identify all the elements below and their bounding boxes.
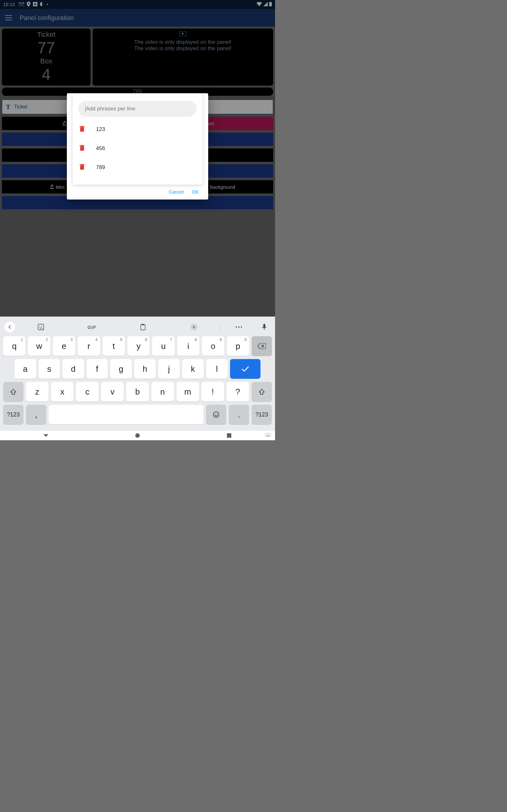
svg-line-29 <box>195 325 196 325</box>
kbd-gif-button[interactable]: GIF <box>66 324 117 330</box>
soft-keyboard: GIF q1w2e3r4t5y6u7i8o9p0 asdfghjkl zxcvb… <box>0 316 275 431</box>
svg-rect-42 <box>227 433 231 438</box>
svg-point-18 <box>39 326 40 327</box>
phrase-input[interactable]: Add phrases per line <box>78 101 197 117</box>
kbd-mic-icon[interactable] <box>258 324 271 330</box>
svg-line-27 <box>192 325 192 325</box>
svg-rect-8 <box>80 127 84 132</box>
svg-point-51 <box>267 434 268 435</box>
key-exclaim[interactable]: ! <box>202 382 224 402</box>
kbd-sticker-icon[interactable] <box>15 324 66 330</box>
kbd-clipboard-icon[interactable] <box>118 324 169 330</box>
phrases-dialog: Add phrases per line 123 456 789 <box>67 93 208 200</box>
key-r[interactable]: r4 <box>78 336 100 356</box>
key-g[interactable]: g <box>110 359 132 379</box>
key-backspace[interactable] <box>251 336 272 356</box>
key-period[interactable]: . <box>229 405 249 424</box>
svg-point-39 <box>215 414 216 415</box>
phrase-text: 456 <box>96 145 105 152</box>
svg-point-47 <box>268 433 268 434</box>
key-e[interactable]: e3 <box>53 336 75 356</box>
key-y[interactable]: y6 <box>127 336 150 356</box>
key-b[interactable]: b <box>126 382 149 402</box>
key-d[interactable]: d <box>62 359 84 379</box>
svg-line-28 <box>195 328 196 329</box>
key-h[interactable]: h <box>134 359 156 379</box>
list-item: 123 <box>72 120 203 139</box>
svg-point-33 <box>241 326 242 328</box>
svg-point-38 <box>213 412 219 417</box>
svg-point-45 <box>266 433 266 434</box>
svg-point-40 <box>217 414 218 415</box>
key-j[interactable]: j <box>158 359 180 379</box>
phrase-text: 789 <box>96 164 105 171</box>
svg-point-32 <box>238 326 239 328</box>
key-symbols-left[interactable]: ?123 <box>3 405 23 424</box>
key-t[interactable]: t5 <box>103 336 125 356</box>
svg-rect-11 <box>80 146 84 151</box>
key-emoji[interactable] <box>206 405 226 424</box>
key-symbols-right[interactable]: ?123 <box>251 405 272 424</box>
key-v[interactable]: v <box>101 382 124 402</box>
key-a[interactable]: a <box>14 359 36 379</box>
trash-icon[interactable] <box>79 126 85 133</box>
key-shift-left[interactable] <box>3 382 23 402</box>
key-f[interactable]: f <box>87 359 108 379</box>
phrase-input-placeholder: Add phrases per line <box>86 106 135 112</box>
key-space[interactable] <box>49 405 204 424</box>
android-navbar <box>0 431 275 440</box>
key-shift-right[interactable] <box>251 382 272 402</box>
key-l[interactable]: l <box>206 359 228 379</box>
svg-point-48 <box>268 433 269 434</box>
kbd-back-icon[interactable] <box>4 322 15 333</box>
svg-point-46 <box>267 433 267 434</box>
svg-point-22 <box>193 326 195 328</box>
kbd-collapse-icon[interactable] <box>265 433 271 438</box>
svg-point-49 <box>269 433 270 434</box>
list-item: 456 <box>72 139 203 158</box>
ok-button[interactable]: OK <box>192 189 199 194</box>
key-i[interactable]: i8 <box>177 336 199 356</box>
nav-back-icon[interactable] <box>0 433 92 438</box>
key-question[interactable]: ? <box>227 382 249 402</box>
kbd-more-icon[interactable] <box>220 326 258 328</box>
svg-point-53 <box>269 434 270 435</box>
key-enter[interactable] <box>230 359 261 379</box>
key-w[interactable]: w2 <box>28 336 50 356</box>
key-m[interactable]: m <box>176 382 199 402</box>
phrase-list: 123 456 789 <box>72 120 203 177</box>
phrase-text: 123 <box>96 126 105 133</box>
key-s[interactable]: s <box>39 359 60 379</box>
svg-rect-34 <box>263 324 265 328</box>
svg-rect-14 <box>80 165 84 170</box>
key-k[interactable]: k <box>182 359 204 379</box>
nav-home-icon[interactable] <box>92 433 183 438</box>
nav-recent-icon[interactable] <box>183 433 275 438</box>
key-n[interactable]: n <box>152 382 174 402</box>
svg-rect-16 <box>81 164 83 165</box>
key-u[interactable]: u7 <box>152 336 174 356</box>
svg-rect-13 <box>81 145 83 146</box>
svg-point-52 <box>268 434 269 435</box>
cancel-button[interactable]: Cancel <box>169 189 184 194</box>
key-z[interactable]: z <box>26 382 49 402</box>
key-q[interactable]: q1 <box>3 336 25 356</box>
svg-rect-17 <box>38 324 44 330</box>
trash-icon[interactable] <box>79 145 85 152</box>
list-item: 789 <box>72 158 203 177</box>
svg-point-41 <box>135 433 140 438</box>
svg-line-30 <box>192 328 192 329</box>
svg-point-31 <box>236 326 237 328</box>
kbd-settings-icon[interactable] <box>169 324 220 330</box>
svg-rect-10 <box>81 126 83 126</box>
key-c[interactable]: c <box>76 382 99 402</box>
svg-point-50 <box>266 434 267 435</box>
key-comma[interactable]: , <box>26 405 46 424</box>
svg-point-19 <box>41 326 42 327</box>
key-o[interactable]: o9 <box>202 336 224 356</box>
trash-icon[interactable] <box>79 164 85 171</box>
key-x[interactable]: x <box>51 382 73 402</box>
key-p[interactable]: p0 <box>227 336 249 356</box>
svg-rect-54 <box>267 435 270 436</box>
